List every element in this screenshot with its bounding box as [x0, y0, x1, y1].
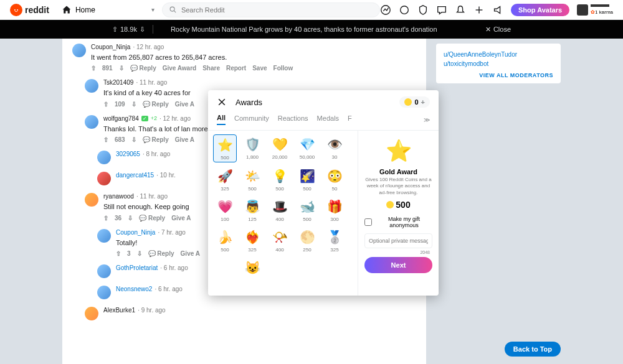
award-item[interactable]: 🎁300	[323, 197, 346, 223]
follow-button[interactable]: Follow	[273, 65, 293, 72]
upvote-icon[interactable]: ⇧	[91, 65, 96, 72]
award-item[interactable]	[323, 258, 346, 279]
award-item[interactable]: 💗100	[213, 197, 237, 223]
award-tab[interactable]: Community	[234, 114, 269, 124]
comment-author[interactable]: Coupon_Ninja	[116, 229, 155, 236]
downvote-icon[interactable]: ⇩	[131, 136, 136, 143]
upvote-icon[interactable]: ⇧	[103, 101, 108, 108]
upvote-icon[interactable]: ⇧	[116, 250, 121, 257]
reply-button[interactable]: 💬 Reply	[130, 65, 156, 72]
add-coins-button[interactable]: +	[421, 98, 425, 106]
award-item[interactable]: 🍌500	[213, 227, 237, 254]
mod-link[interactable]: u/QueenAnneBoleynTudor	[444, 51, 553, 58]
chat-icon[interactable]	[436, 4, 447, 16]
close-icon[interactable]	[217, 97, 227, 107]
share-button[interactable]: Share	[202, 65, 220, 72]
award-item[interactable]: 🛡️1,800	[240, 134, 264, 162]
comment-avatar[interactable]	[97, 229, 111, 243]
upvote-icon[interactable]: ⇧	[103, 136, 108, 143]
comment-author[interactable]: ryanawood	[103, 193, 134, 200]
mod-link[interactable]: u/toxicitymodbot	[444, 60, 553, 67]
reply-button[interactable]: 💬 Reply	[148, 250, 174, 257]
award-item[interactable]: ⭐500	[213, 134, 237, 162]
give-award-button[interactable]: Give A	[181, 250, 200, 257]
award-item[interactable]: 🌤️500	[240, 166, 264, 193]
downvote-icon[interactable]: ⇩	[137, 250, 142, 257]
award-item[interactable]: 🥈325	[323, 227, 346, 254]
downvote-icon[interactable]: ⇩	[131, 101, 136, 108]
search-input[interactable]	[181, 6, 373, 14]
comment-avatar[interactable]	[97, 286, 111, 299]
advertise-icon[interactable]	[492, 4, 503, 16]
award-item[interactable]: 👼125	[240, 197, 264, 223]
award-item[interactable]: 💡500	[268, 166, 292, 193]
comment-author[interactable]: 3029065	[116, 151, 140, 157]
award-tab[interactable]: Reactions	[278, 114, 308, 124]
chevron-down-icon[interactable]: ▾	[151, 6, 155, 13]
award-item[interactable]: 💛20,000	[268, 134, 292, 162]
save-button[interactable]: Save	[252, 65, 267, 72]
notifications-icon[interactable]	[455, 4, 466, 16]
popular-icon[interactable]	[380, 4, 391, 16]
comment-author[interactable]: wolfgang784	[103, 115, 139, 122]
user-menu[interactable]: ✿1 karma	[577, 4, 613, 16]
upvote-icon[interactable]: ⇧	[103, 215, 108, 222]
moderation-icon[interactable]	[417, 4, 429, 16]
comment-avatar[interactable]	[97, 151, 111, 164]
reply-button[interactable]: 💬 Reply	[143, 101, 169, 108]
home-button[interactable]: Home	[62, 5, 95, 15]
private-message-input[interactable]	[364, 233, 432, 248]
award-item[interactable]: 🌠500	[295, 166, 319, 193]
downvote-icon[interactable]: ⇩	[128, 215, 133, 222]
reddit-logo[interactable]: reddit	[10, 4, 49, 16]
comment-author[interactable]: AlexBurke1	[103, 307, 135, 314]
next-button[interactable]: Next	[364, 257, 432, 273]
award-tab[interactable]: F	[348, 114, 352, 124]
reply-button[interactable]: 💬 Reply	[143, 136, 169, 143]
award-item[interactable]: ❤️‍🔥325	[240, 227, 264, 254]
report-button[interactable]: Report	[226, 65, 246, 72]
comment-author[interactable]: Tsk201409	[103, 79, 133, 86]
award-item[interactable]	[295, 258, 319, 279]
coin-icon[interactable]	[399, 4, 410, 16]
award-tab[interactable]: Medals	[317, 114, 339, 124]
award-item[interactable]: 📯400	[268, 227, 292, 254]
award-item[interactable]	[268, 258, 292, 279]
comment-avatar[interactable]	[85, 193, 98, 207]
create-post-icon[interactable]	[473, 4, 485, 16]
scroll-tabs-icon[interactable]: ≫	[424, 116, 430, 123]
award-item[interactable]: 👁️30	[323, 134, 346, 162]
award-item[interactable]: 🐋500	[295, 197, 319, 223]
award-item[interactable]: 😺	[240, 258, 264, 279]
give-award-button[interactable]: Give A	[175, 101, 194, 108]
comment-avatar[interactable]	[85, 115, 98, 129]
shop-avatars-button[interactable]: Shop Avatars	[511, 4, 569, 16]
award-item[interactable]: 🌕250	[295, 227, 319, 254]
comment-avatar[interactable]	[97, 264, 111, 278]
give-award-button[interactable]: Give A	[171, 215, 191, 222]
view-all-mods[interactable]: VIEW ALL MODERATORS	[444, 72, 553, 78]
search-bar[interactable]	[162, 2, 380, 17]
award-item[interactable]	[213, 258, 237, 279]
award-item[interactable]: 😳50	[323, 166, 346, 193]
close-post-button[interactable]: ✕ Close	[485, 26, 511, 34]
comment-author[interactable]: GothProletariat	[116, 264, 158, 271]
reply-button[interactable]: 💬 Reply	[139, 215, 165, 222]
downvote-icon[interactable]: ⇩	[119, 65, 124, 72]
comment-author[interactable]: Neonsnewo2	[116, 286, 152, 292]
comment-avatar[interactable]	[85, 79, 98, 93]
award-tab[interactable]: All	[217, 114, 226, 125]
give-award-button[interactable]: Give A	[175, 136, 194, 143]
anonymous-checkbox[interactable]	[364, 218, 372, 226]
comment-avatar[interactable]	[97, 172, 111, 185]
downvote-icon[interactable]: ⇩	[140, 26, 145, 34]
comment-avatar[interactable]	[72, 44, 86, 57]
award-item[interactable]: 🚀325	[213, 166, 237, 193]
comment-author[interactable]: dangercat415	[116, 172, 154, 179]
comment-avatar[interactable]	[85, 307, 98, 320]
back-to-top-button[interactable]: Back to Top	[505, 342, 561, 357]
comment-author[interactable]: Coupon_Ninja	[91, 44, 130, 50]
give-award-button[interactable]: Give Award	[163, 65, 196, 72]
upvote-icon[interactable]: ⇧	[112, 26, 118, 34]
award-item[interactable]: 🎩400	[268, 197, 292, 223]
